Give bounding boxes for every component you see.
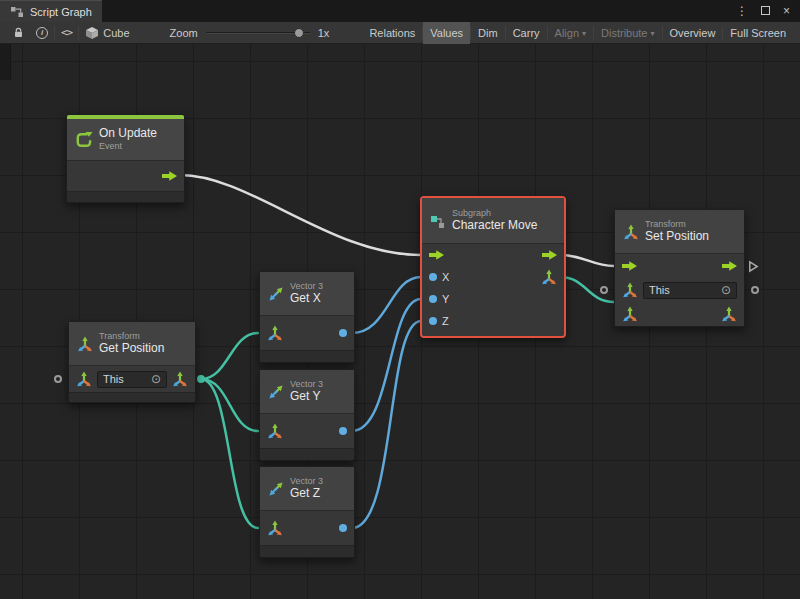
x-input-port[interactable] bbox=[429, 273, 437, 281]
node-get-z[interactable]: Vector 3 Get Z bbox=[259, 466, 355, 558]
value-output-port[interactable] bbox=[751, 286, 759, 294]
zoom-slider[interactable] bbox=[206, 32, 310, 34]
node-footer bbox=[67, 191, 184, 202]
kebab-menu-icon[interactable]: ⋮ bbox=[736, 5, 748, 17]
info-button[interactable]: i bbox=[30, 22, 54, 44]
toolbar-button-values[interactable]: Values bbox=[423, 22, 470, 44]
y-input-port[interactable] bbox=[429, 295, 437, 303]
node-on-update[interactable]: On Update Event bbox=[66, 114, 185, 203]
flow-output-port[interactable] bbox=[542, 250, 557, 261]
code-icon: <> bbox=[61, 26, 72, 39]
node-set-position[interactable]: Transform Set Position This ⊙ bbox=[614, 209, 745, 327]
wire-onupdate-to-charactermove[interactable] bbox=[180, 175, 421, 255]
button-label: Dim bbox=[478, 27, 498, 39]
object-picker-icon[interactable]: ⊙ bbox=[151, 373, 161, 385]
next-flow-indicator-icon bbox=[748, 260, 759, 273]
button-label: Distribute bbox=[601, 27, 647, 39]
toolbar-button-align: Align ▾ bbox=[548, 22, 593, 44]
transform-icon bbox=[623, 224, 639, 240]
toolbar-button-distribute: Distribute ▾ bbox=[594, 22, 661, 44]
button-label: Align bbox=[555, 27, 579, 39]
node-get-x[interactable]: Vector 3 Get X bbox=[259, 271, 355, 363]
z-input-port[interactable] bbox=[429, 317, 437, 325]
node-get-position[interactable]: Transform Get Position This ⊙ bbox=[68, 321, 196, 403]
maximize-glyph bbox=[761, 6, 770, 15]
position-input-icon[interactable] bbox=[622, 306, 638, 322]
toolbar-button-overview[interactable]: Overview bbox=[663, 22, 723, 44]
window-tab-bar: Script Graph ⋮ × bbox=[0, 0, 800, 22]
target-object[interactable]: Cube bbox=[79, 22, 135, 44]
flow-input-port[interactable] bbox=[622, 261, 637, 272]
vector-output-icon[interactable] bbox=[541, 269, 557, 285]
flow-input-port[interactable] bbox=[429, 250, 444, 261]
zoom-value: 1x bbox=[318, 27, 330, 39]
dropdown-caret-icon: ▾ bbox=[582, 29, 586, 38]
toolbar-button-dim[interactable]: Dim bbox=[471, 22, 505, 44]
info-icon: i bbox=[36, 27, 48, 39]
vector-output-icon[interactable] bbox=[721, 306, 737, 322]
button-label: Carry bbox=[513, 27, 540, 39]
port-label-x: X bbox=[442, 271, 449, 283]
tab-script-graph[interactable]: Script Graph bbox=[0, 0, 102, 22]
this-object-field[interactable]: This ⊙ bbox=[643, 282, 737, 299]
toolbar-button-group: Relations Values Dim Carry Align ▾ Distr… bbox=[362, 22, 793, 44]
subgraph-icon bbox=[430, 213, 446, 229]
wire-getposition-to-getx[interactable] bbox=[201, 333, 258, 379]
wire-gety-to-y[interactable] bbox=[352, 299, 421, 431]
this-field-value: This bbox=[649, 284, 670, 296]
this-input-port[interactable] bbox=[600, 286, 608, 294]
node-title: Get X bbox=[290, 292, 323, 306]
flow-output-port[interactable] bbox=[722, 261, 737, 272]
node-footer bbox=[260, 545, 354, 557]
lock-button[interactable] bbox=[7, 22, 30, 44]
object-picker-icon[interactable]: ⊙ bbox=[721, 284, 731, 296]
value-output-port[interactable] bbox=[339, 524, 347, 532]
wire-getposition-to-getz[interactable] bbox=[201, 379, 258, 528]
node-title: On Update bbox=[99, 127, 157, 141]
flow-output-port[interactable] bbox=[162, 171, 177, 182]
vector-input-icon[interactable] bbox=[267, 325, 283, 341]
node-footer bbox=[260, 448, 354, 460]
dropdown-caret-icon: ▾ bbox=[651, 29, 655, 38]
node-get-y[interactable]: Vector 3 Get Y bbox=[259, 369, 355, 461]
transform-icon bbox=[77, 336, 93, 352]
wire-charactermove-to-setposition[interactable] bbox=[560, 255, 614, 266]
node-footer bbox=[260, 350, 354, 362]
toolbar-button-carry[interactable]: Carry bbox=[506, 22, 547, 44]
vector-input-icon[interactable] bbox=[267, 423, 283, 439]
getposition-output-port[interactable] bbox=[197, 375, 205, 383]
zoom-slider-handle[interactable] bbox=[294, 28, 304, 38]
vector-input-icon[interactable] bbox=[267, 520, 283, 536]
port-label-z: Z bbox=[442, 315, 449, 327]
cube-icon bbox=[85, 26, 99, 40]
wire-getposition-to-gety[interactable] bbox=[201, 379, 258, 431]
value-output-port[interactable] bbox=[339, 427, 347, 435]
target-object-label: Cube bbox=[103, 27, 129, 39]
vector3-icon bbox=[268, 286, 284, 302]
button-label: Relations bbox=[369, 27, 415, 39]
wire-getz-to-z[interactable] bbox=[352, 321, 421, 528]
node-title: Get Z bbox=[290, 487, 323, 501]
node-subtitle: Event bbox=[99, 141, 157, 151]
zoom-control: Zoom 1x bbox=[164, 22, 336, 44]
transform-port-icon bbox=[622, 282, 638, 298]
edit-script-button[interactable]: <> bbox=[55, 22, 78, 44]
node-character-move[interactable]: Subgraph Character Move X Y Z bbox=[420, 196, 566, 338]
loop-icon bbox=[75, 131, 93, 149]
vector3-icon bbox=[268, 481, 284, 497]
close-icon[interactable]: × bbox=[783, 5, 790, 17]
value-output-port[interactable] bbox=[339, 329, 347, 337]
graph-toolbar: i <> Cube Zoom 1x Relations Values Dim C… bbox=[0, 22, 800, 44]
node-title: Character Move bbox=[452, 219, 537, 233]
toolbar-button-fullscreen[interactable]: Full Screen bbox=[723, 22, 793, 44]
script-graph-icon bbox=[10, 5, 24, 19]
this-input-port[interactable] bbox=[54, 375, 62, 383]
button-label: Overview bbox=[670, 27, 716, 39]
vector-output-icon[interactable] bbox=[172, 371, 188, 387]
graph-canvas[interactable]: On Update Event Subgraph Character Move bbox=[0, 44, 800, 599]
this-object-field[interactable]: This ⊙ bbox=[97, 371, 167, 388]
port-label-y: Y bbox=[442, 293, 449, 305]
maximize-icon[interactable] bbox=[761, 5, 770, 17]
node-title: Get Y bbox=[290, 390, 323, 404]
toolbar-button-relations[interactable]: Relations bbox=[362, 22, 422, 44]
